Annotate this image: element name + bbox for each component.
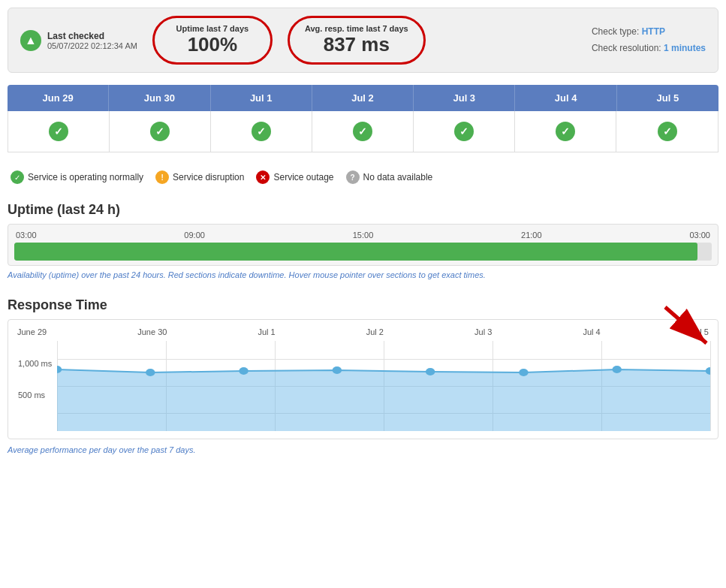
date-cell: Jun 29 [8,85,109,111]
resp-date-labels: June 29June 30Jul 1Jul 2Jul 3Jul 4Jul 5 [16,327,710,336]
up-arrow-icon: ▲ [20,30,41,51]
green-check-icon: ✓ [353,122,372,141]
uptime-value: 100% [170,33,255,56]
response-chart: June 29June 30Jul 1Jul 2Jul 3Jul 4Jul 5 … [8,319,718,439]
status-icon-cell: ✓ [414,111,515,152]
legend: ✓ Service is operating normally ! Servic… [8,164,718,190]
legend-normal: ✓ Service is operating normally [11,170,143,184]
status-icon-cell: ✓ [8,111,110,152]
legend-disruption-icon: ! [155,170,169,184]
green-check-icon: ✓ [150,122,170,141]
status-icon-cell: ✓ [312,111,414,152]
y-label-1000: 1,000 ms [18,359,52,368]
resp-date-label: Jul 5 [691,327,709,336]
response-chart-svg [57,341,710,431]
status-bar: ▲ Last checked 05/07/2022 02:12:34 AM Up… [8,8,718,73]
uptime-bar-fill [14,243,697,261]
resp-date-label: Jul 1 [258,327,275,336]
uptime-chart: 03:0009:0015:0021:0003:00 [8,224,718,266]
check-resolution-label: Check resolution: [592,43,661,53]
svg-point-5 [426,368,435,375]
check-resolution-value: 1 minutes [664,43,706,53]
legend-nodata: ? No data available [346,170,433,184]
chart-area: 1,000 ms 500 ms [57,341,710,431]
green-check-icon: ✓ [49,122,68,141]
resp-date-label: Jul 4 [583,327,600,336]
legend-nodata-icon: ? [346,170,360,184]
svg-point-6 [519,369,528,376]
y-label-500: 500 ms [18,390,45,400]
status-icon-cell: ✓ [616,111,718,152]
response-time-title: Response Time [8,297,718,313]
uptime-time-label: 09:00 [184,231,205,240]
date-cell: Jul 3 [414,85,515,111]
avg-resp-label: Avg. resp. time last 7 days [305,24,408,33]
svg-marker-0 [57,369,710,431]
date-header-row: Jun 29Jun 30Jul 1Jul 2Jul 3Jul 4Jul 5 [8,85,718,111]
uptime-time-labels: 03:0009:0015:0021:0003:00 [14,231,712,240]
avg-resp-value: 837 ms [305,33,408,56]
resp-date-label: June 30 [137,327,167,336]
legend-disruption-text: Service disruption [173,172,244,182]
svg-point-3 [239,367,248,375]
check-type-label: Check type: [592,26,639,37]
status-icons-row: ✓✓✓✓✓✓✓ [8,111,718,152]
date-cell: Jul 5 [617,85,718,111]
last-checked-section: ▲ Last checked 05/07/2022 02:12:34 AM [20,30,137,51]
status-icon-cell: ✓ [110,111,211,152]
date-cell: Jun 30 [109,85,210,111]
uptime-section-title: Uptime (last 24 h) [8,202,718,218]
status-icon-cell: ✓ [211,111,312,152]
green-check-icon: ✓ [252,122,271,141]
legend-outage-text: Service outage [273,172,333,182]
svg-point-2 [146,369,155,376]
uptime-time-label: 03:00 [689,231,710,240]
green-check-icon: ✓ [454,122,474,141]
uptime-time-label: 15:00 [353,231,374,240]
date-cell: Jul 1 [211,85,312,111]
uptime-bar-wrapper [14,243,712,261]
resp-date-label: Jul 2 [366,327,384,336]
last-checked-label: Last checked [47,31,137,41]
legend-normal-text: Service is operating normally [28,172,143,182]
check-type-value: HTTP [642,26,665,37]
legend-outage-icon: ✕ [256,170,270,184]
legend-nodata-text: No data available [363,172,433,182]
green-check-icon: ✓ [658,122,677,141]
date-cell: Jul 2 [312,85,414,111]
avg-resp-metric: Avg. resp. time last 7 days 837 ms [288,16,426,65]
legend-normal-icon: ✓ [11,170,24,184]
chart-outer: 1,000 ms 500 ms [16,341,710,431]
uptime-metric: Uptime last 7 days 100% [152,16,273,65]
check-info: Check type: HTTP Check resolution: 1 min… [592,24,706,56]
svg-point-7 [613,366,622,373]
date-cell: Jul 4 [515,85,616,111]
resp-note: Average performance per day over the pas… [8,445,718,454]
last-checked-time: 05/07/2022 02:12:34 AM [47,41,137,50]
uptime-time-label: 21:00 [521,231,542,240]
uptime-note: Availability (uptime) over the past 24 h… [8,270,718,279]
status-icon-cell: ✓ [515,111,616,152]
svg-point-4 [333,366,342,374]
uptime-time-label: 03:00 [16,231,37,240]
uptime-label: Uptime last 7 days [170,24,255,33]
resp-date-label: Jul 3 [474,327,492,336]
legend-disruption: ! Service disruption [155,170,244,184]
green-check-icon: ✓ [556,122,575,141]
resp-date-label: June 29 [17,327,47,336]
legend-outage: ✕ Service outage [256,170,333,184]
